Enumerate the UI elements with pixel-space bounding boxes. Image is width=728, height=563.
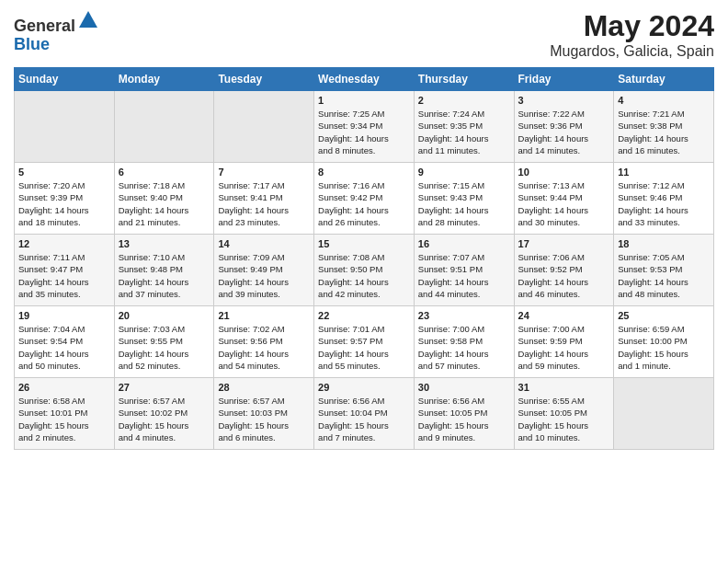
cell-line: Sunset: 9:39 PM [18,191,110,203]
cell-line: Sunrise: 7:12 AM [618,179,710,191]
cell-line: Sunrise: 6:59 AM [618,323,710,335]
cell-line: Daylight: 14 hours [18,276,110,288]
cell-line: Sunrise: 6:55 AM [518,395,610,407]
cell-line: Daylight: 15 hours [18,419,110,431]
day-number: 25 [618,310,710,321]
subtitle: Mugardos, Galicia, Spain [550,43,714,60]
cell-line: Sunrise: 7:10 AM [119,251,210,263]
cell-line: Sunrise: 6:56 AM [418,395,510,407]
cell-content: Sunrise: 7:04 AMSunset: 9:54 PMDaylight:… [18,323,110,372]
cell-line: Sunrise: 7:15 AM [418,179,510,191]
cell-line: Sunrise: 7:09 AM [218,251,310,263]
cell-line: Daylight: 14 hours [418,204,510,216]
calendar-cell: 17Sunrise: 7:06 AMSunset: 9:52 PMDayligh… [514,235,614,306]
day-number: 5 [18,167,110,178]
week-row-1: 1Sunrise: 7:25 AMSunset: 9:34 PMDaylight… [15,91,714,163]
calendar-cell: 8Sunrise: 7:16 AMSunset: 9:42 PMDaylight… [314,163,415,235]
cell-content: Sunrise: 6:57 AMSunset: 10:02 PMDaylight… [119,395,210,443]
calendar-cell: 10Sunrise: 7:13 AMSunset: 9:44 PMDayligh… [514,163,614,235]
cell-content: Sunrise: 6:56 AMSunset: 10:04 PMDaylight… [318,395,410,443]
cell-line: Sunrise: 7:11 AM [18,251,110,263]
day-number: 31 [518,382,610,393]
cell-content: Sunrise: 6:57 AMSunset: 10:03 PMDaylight… [218,395,310,443]
cell-line: and 7 minutes. [318,431,410,443]
cell-line: Sunset: 9:36 PM [518,120,610,132]
cell-content: Sunrise: 7:10 AMSunset: 9:48 PMDaylight:… [119,251,210,300]
cell-line: Sunrise: 7:02 AM [218,323,310,335]
logo: General Blue [14,9,99,54]
cell-line: Sunrise: 6:58 AM [18,395,110,407]
cell-line: and 50 minutes. [18,360,110,372]
cell-line: Daylight: 14 hours [119,276,210,288]
cell-line: Daylight: 14 hours [318,276,410,288]
cell-line: Daylight: 14 hours [318,132,410,144]
calendar-cell: 3Sunrise: 7:22 AMSunset: 9:36 PMDaylight… [514,91,614,163]
cell-line: Daylight: 14 hours [218,276,310,288]
cell-content: Sunrise: 6:59 AMSunset: 10:00 PMDaylight… [618,323,710,372]
cell-line: Sunrise: 7:22 AM [518,108,610,120]
calendar-cell: 5Sunrise: 7:20 AMSunset: 9:39 PMDaylight… [15,163,115,235]
svg-marker-0 [79,11,97,28]
cell-line: and 37 minutes. [119,288,210,300]
calendar-cell: 18Sunrise: 7:05 AMSunset: 9:53 PMDayligh… [614,235,714,306]
week-row-2: 5Sunrise: 7:20 AMSunset: 9:39 PMDaylight… [15,163,714,235]
cell-line: and 2 minutes. [18,431,110,443]
calendar-cell: 21Sunrise: 7:02 AMSunset: 9:56 PMDayligh… [214,306,314,378]
cell-line: Sunrise: 6:57 AM [218,395,310,407]
cell-content: Sunrise: 6:56 AMSunset: 10:05 PMDaylight… [418,395,510,443]
cell-content: Sunrise: 7:03 AMSunset: 9:55 PMDaylight:… [119,323,210,372]
header-row: SundayMondayTuesdayWednesdayThursdayFrid… [15,68,714,91]
calendar-cell: 24Sunrise: 7:00 AMSunset: 9:59 PMDayligh… [514,306,614,378]
cell-line: Daylight: 14 hours [618,132,710,144]
header: General Blue May 2024 Mugardos, Galicia,… [14,9,714,60]
cell-line: Sunset: 9:47 PM [18,263,110,275]
cell-line: Sunrise: 7:07 AM [418,251,510,263]
cell-line: and 52 minutes. [119,360,210,372]
cell-line: Sunrise: 7:16 AM [318,179,410,191]
cell-line: and 39 minutes. [218,288,310,300]
day-header-monday: Monday [114,68,214,91]
cell-line: and 8 minutes. [318,144,410,156]
cell-line: Sunrise: 7:25 AM [318,108,410,120]
cell-content: Sunrise: 7:08 AMSunset: 9:50 PMDaylight:… [318,251,410,300]
logo-triangle-icon [77,9,99,31]
day-number: 18 [618,238,710,249]
calendar-cell: 15Sunrise: 7:08 AMSunset: 9:50 PMDayligh… [314,235,415,306]
cell-line: and 14 minutes. [518,144,610,156]
calendar-cell: 25Sunrise: 6:59 AMSunset: 10:00 PMDaylig… [614,306,714,378]
cell-line: Daylight: 14 hours [18,204,110,216]
cell-line: and 9 minutes. [418,431,510,443]
cell-line: Sunset: 9:46 PM [618,191,710,203]
calendar-cell: 9Sunrise: 7:15 AMSunset: 9:43 PMDaylight… [414,163,514,235]
cell-line: and 54 minutes. [218,360,310,372]
cell-content: Sunrise: 6:58 AMSunset: 10:01 PMDaylight… [18,395,110,443]
calendar-cell [114,91,214,163]
calendar-cell [214,91,314,163]
day-number: 11 [618,167,710,178]
calendar-cell: 11Sunrise: 7:12 AMSunset: 9:46 PMDayligh… [614,163,714,235]
cell-line: Sunset: 9:50 PM [318,263,410,275]
cell-line: Daylight: 15 hours [618,348,710,360]
day-number: 15 [318,238,410,249]
logo-blue: Blue [14,35,50,53]
calendar-cell: 26Sunrise: 6:58 AMSunset: 10:01 PMDaylig… [15,378,115,450]
day-number: 20 [119,310,210,321]
cell-line: Daylight: 15 hours [218,419,310,431]
cell-line: and 44 minutes. [418,288,510,300]
cell-line: and 1 minute. [618,360,710,372]
cell-line: Daylight: 14 hours [318,348,410,360]
calendar-cell: 13Sunrise: 7:10 AMSunset: 9:48 PMDayligh… [114,235,214,306]
calendar-cell: 23Sunrise: 7:00 AMSunset: 9:58 PMDayligh… [414,306,514,378]
cell-line: Sunrise: 6:57 AM [119,395,210,407]
cell-line: Daylight: 15 hours [418,419,510,431]
calendar-cell: 16Sunrise: 7:07 AMSunset: 9:51 PMDayligh… [414,235,514,306]
day-number: 12 [18,238,110,249]
cell-content: Sunrise: 7:20 AMSunset: 9:39 PMDaylight:… [18,179,110,228]
day-number: 28 [218,382,310,393]
cell-line: Daylight: 15 hours [119,419,210,431]
cell-line: Daylight: 14 hours [518,204,610,216]
cell-content: Sunrise: 7:24 AMSunset: 9:35 PMDaylight:… [418,108,510,156]
cell-line: Sunrise: 7:01 AM [318,323,410,335]
cell-line: Sunrise: 7:21 AM [618,108,710,120]
cell-line: Sunrise: 7:00 AM [418,323,510,335]
